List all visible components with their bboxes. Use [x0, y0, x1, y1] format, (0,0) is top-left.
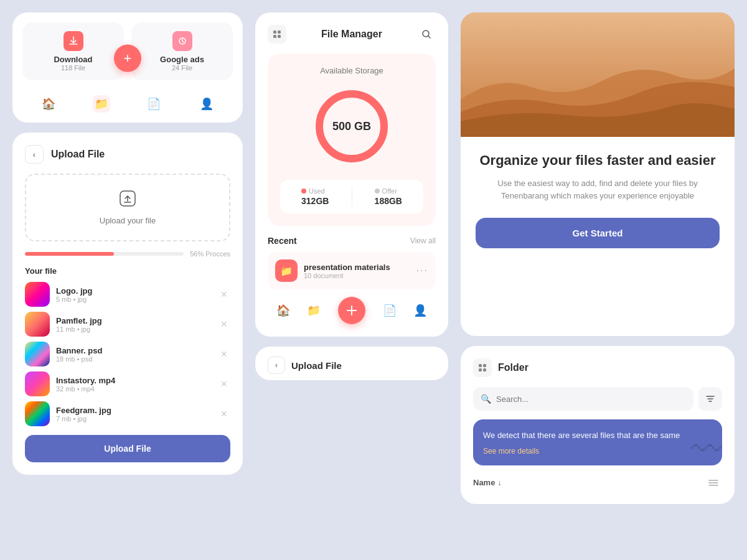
upload-header: ‹ Upload File: [25, 145, 230, 164]
download-item[interactable]: Download 118 File: [22, 22, 124, 80]
download-sub: 118 File: [35, 64, 111, 72]
file-name-logo: Logo. jpg: [56, 286, 212, 296]
your-file-label: Your file: [25, 266, 230, 276]
file-item-feedgram: Feedgram. jpg 7 mb • jpg ✕: [25, 401, 230, 426]
folder-grid-icon: [473, 358, 492, 377]
nav-upload-icon[interactable]: 📄: [145, 95, 162, 113]
left-column: Download 118 File Google ads 24 File +: [12, 12, 243, 475]
file-name-banner: Banner. psd: [56, 346, 212, 355]
search-input-wrap: 🔍: [473, 387, 693, 411]
file-manager-card: File Manager Available Storage 500 GB: [255, 12, 448, 337]
svg-rect-11: [483, 364, 486, 367]
bottom-nav-top-card: 🏠 📁 📄 👤: [22, 90, 233, 113]
file-meta-pamflet: 11 mb • jpg: [56, 325, 212, 333]
view-all-button[interactable]: View all: [410, 236, 436, 245]
storage-title: Available Storage: [280, 66, 423, 75]
upload-arrow-icon: [41, 190, 214, 211]
search-icon: 🔍: [481, 394, 491, 404]
nav-profile-icon[interactable]: 👤: [198, 95, 215, 113]
upload-back-button[interactable]: ‹: [25, 145, 44, 164]
legend-divider: [352, 187, 352, 206]
svg-rect-3: [278, 30, 281, 34]
onboarding-card: Organize your files faster and easier Us…: [461, 12, 735, 336]
svg-rect-5: [278, 35, 281, 38]
recent-item-menu[interactable]: ···: [416, 265, 428, 276]
file-thumb-banner: [25, 342, 50, 366]
google-ads-icon: [172, 31, 192, 51]
file-thumb-pamflet: [25, 312, 50, 337]
google-ads-sub: 24 File: [144, 64, 220, 72]
file-name-feedgram: Feedgram. jpg: [56, 406, 212, 415]
download-icon: [63, 31, 83, 51]
upload-dropzone[interactable]: Upload your file: [25, 174, 230, 241]
fm-search-icon[interactable]: [417, 25, 436, 44]
file-item-logo: Logo. jpg 5 mb • jpg ✕: [25, 282, 230, 307]
used-value: 312GB: [301, 196, 329, 206]
file-meta-logo: 5 mb • jpg: [56, 296, 212, 303]
upload-mini-card: ‹ Upload File: [255, 347, 448, 380]
offer-label: Offer: [382, 187, 397, 195]
file-thumb-instastory: [25, 371, 50, 396]
onboarding-content: Organize your files faster and easier Us…: [461, 137, 735, 261]
upload-mini-back-button[interactable]: ‹: [268, 357, 285, 374]
search-input[interactable]: [496, 394, 686, 404]
offer-value: 188GB: [375, 196, 402, 206]
upload-card-title: Upload File: [51, 149, 105, 160]
file-item-instastory: Instastory. mp4 32 mb • mp4 ✕: [25, 371, 230, 396]
list-view-button[interactable]: [705, 474, 722, 492]
file-remove-pamflet[interactable]: ✕: [218, 318, 230, 330]
file-remove-logo[interactable]: ✕: [218, 288, 230, 301]
legend-offer: Offer 188GB: [375, 187, 402, 206]
filter-button[interactable]: [698, 387, 722, 411]
upload-file-button[interactable]: Upload File: [25, 435, 230, 462]
used-dot: [301, 189, 306, 194]
recent-item[interactable]: 📁 presentation materials 10 document ···: [268, 252, 436, 289]
fm-grid-icon: [268, 25, 286, 44]
name-sort-button[interactable]: Name ↓: [473, 478, 501, 487]
donut-chart: 500 GB: [308, 83, 395, 170]
duplicate-alert-text: We detect that there are several files t…: [483, 429, 712, 442]
get-started-button[interactable]: Get Started: [476, 218, 720, 248]
top-download-card: Download 118 File Google ads 24 File +: [12, 12, 243, 123]
nav-home-icon[interactable]: 🏠: [40, 95, 57, 113]
file-meta-feedgram: 7 mb • jpg: [56, 415, 212, 422]
recent-title: Recent: [268, 236, 297, 246]
wave-decoration: 〰: [691, 429, 722, 465]
upload-zone-text: Upload your file: [41, 216, 214, 225]
offer-dot: [375, 189, 380, 194]
svg-rect-4: [273, 35, 276, 38]
file-remove-instastory[interactable]: ✕: [218, 378, 230, 390]
google-ads-item[interactable]: Google ads 24 File: [131, 22, 233, 80]
folder-card: Folder 🔍 〰 We detect that there are seve…: [461, 346, 735, 504]
fm-header: File Manager: [268, 25, 436, 44]
svg-rect-2: [273, 30, 276, 34]
file-remove-feedgram[interactable]: ✕: [218, 408, 230, 420]
file-meta-banner: 18 mb • psd: [56, 355, 212, 363]
file-name-instastory: Instastory. mp4: [56, 376, 212, 385]
progress-label: 56% Procces: [190, 250, 230, 258]
fm-nav-folder[interactable]: 📁: [307, 304, 321, 317]
see-more-link[interactable]: See more details: [483, 447, 712, 455]
fab-add-button[interactable]: +: [114, 44, 141, 72]
recent-item-name: presentation materials: [304, 263, 410, 272]
right-column: Organize your files faster and easier Us…: [461, 12, 735, 504]
download-label: Download: [35, 55, 111, 64]
upload-mini-header: ‹ Upload File: [268, 357, 436, 374]
file-name-pamflet: Pamflet. jpg: [56, 316, 212, 325]
name-sort-label: Name: [473, 478, 495, 487]
file-thumb-feedgram: [25, 401, 50, 426]
file-remove-banner[interactable]: ✕: [218, 348, 230, 360]
nav-folder-icon[interactable]: 📁: [93, 95, 110, 113]
progress-bar-fill: [25, 252, 114, 256]
recent-header: Recent View all: [268, 236, 436, 246]
fm-bottom-nav: 🏠 📁 📄 👤: [268, 289, 436, 324]
folder-header: Folder: [473, 358, 722, 377]
fm-fab-button[interactable]: [338, 297, 365, 324]
progress-bar-bg: [25, 252, 184, 256]
fm-nav-profile[interactable]: 👤: [413, 304, 427, 317]
fm-nav-home[interactable]: 🏠: [276, 304, 290, 317]
fm-nav-upload[interactable]: 📄: [383, 304, 397, 317]
file-item-banner: Banner. psd 18 mb • psd ✕: [25, 342, 230, 366]
legend-used: Used 312GB: [301, 187, 329, 206]
duplicate-alert: 〰 We detect that there are several files…: [473, 419, 722, 465]
